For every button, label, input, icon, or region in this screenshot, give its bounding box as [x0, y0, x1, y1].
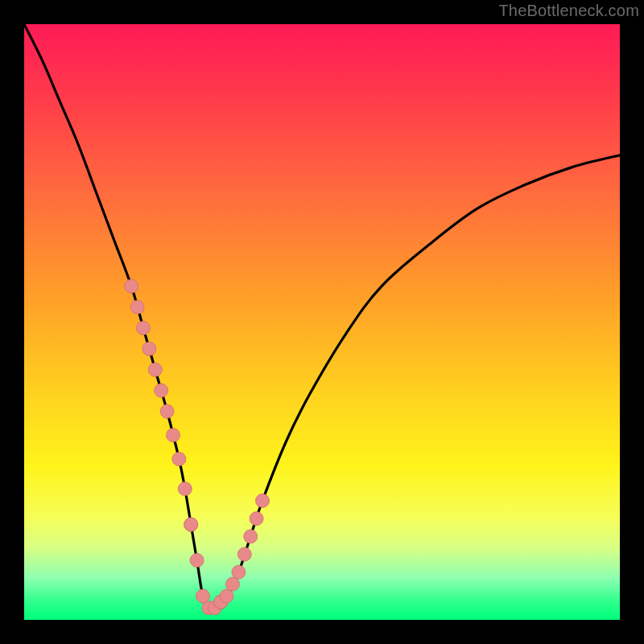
- curve-marker: [142, 342, 156, 356]
- curve-marker: [220, 589, 233, 603]
- curve-marker: [190, 554, 204, 568]
- curve-marker: [130, 300, 144, 314]
- curve-marker: [160, 405, 174, 419]
- curve-marker: [155, 384, 168, 398]
- plot-area: [24, 24, 620, 620]
- curve-layer: [24, 24, 620, 620]
- curve-marker: [196, 589, 210, 603]
- curve-marker: [184, 518, 198, 531]
- curve-marker: [244, 530, 258, 543]
- curve-marker: [232, 565, 246, 579]
- curve-marker: [167, 428, 180, 442]
- bottleneck-curve: [24, 24, 620, 609]
- chart-frame: TheBottleneck.com: [0, 0, 644, 644]
- curve-marker: [226, 577, 240, 591]
- curve-marker: [172, 452, 186, 466]
- curve-markers: [125, 279, 270, 615]
- curve-marker: [237, 547, 251, 561]
- curve-marker: [148, 363, 162, 377]
- curve-marker: [250, 512, 263, 526]
- curve-marker: [125, 279, 138, 293]
- curve-marker: [137, 321, 151, 335]
- curve-marker: [256, 494, 270, 508]
- curve-marker: [178, 482, 192, 496]
- watermark-text: TheBottleneck.com: [498, 2, 639, 20]
